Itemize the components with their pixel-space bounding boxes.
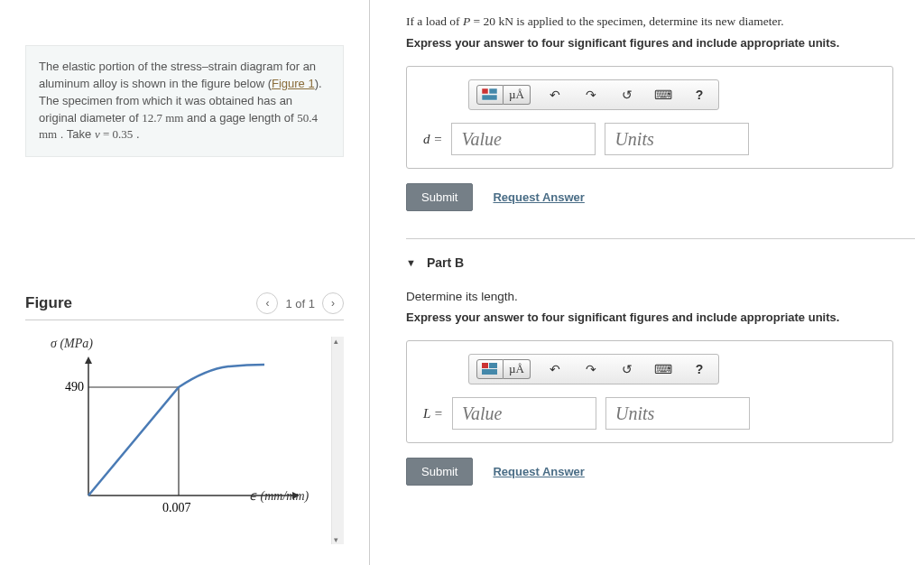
partB-header[interactable]: ▼ Part B bbox=[406, 255, 915, 270]
redo-icon[interactable]: ↷ bbox=[579, 85, 603, 105]
graph-xtick: 0.007 bbox=[162, 501, 191, 514]
graph-ytick: 490 bbox=[65, 380, 84, 394]
partA-toolbar: µÅ ↶ ↷ ↺ ⌨ ? bbox=[468, 79, 719, 110]
figure-body: σ (MPa) 490 0.007 ϵ (mm/mm) bbox=[25, 337, 344, 525]
pager-prev-button[interactable]: ‹ bbox=[256, 292, 278, 314]
template-picker-icon[interactable] bbox=[476, 359, 504, 379]
reset-icon[interactable]: ↺ bbox=[615, 359, 639, 379]
figure-pager: ‹ 1 of 1 › bbox=[256, 292, 344, 314]
partB-submit-button[interactable]: Submit bbox=[406, 458, 473, 486]
keyboard-icon[interactable]: ⌨ bbox=[651, 359, 675, 379]
graph-x-axis-label: ϵ (mm/mm) bbox=[249, 488, 309, 504]
partB-answer-frame: µÅ ↶ ↷ ↺ ⌨ ? L = bbox=[406, 340, 893, 443]
partA-answer-frame: µÅ ↶ ↷ ↺ ⌨ ? d = bbox=[406, 66, 893, 169]
svg-rect-7 bbox=[489, 88, 497, 94]
graph-y-axis-label: σ (MPa) bbox=[51, 337, 344, 351]
undo-icon[interactable]: ↶ bbox=[543, 85, 567, 105]
partB-instruction: Express your answer to four significant … bbox=[406, 310, 915, 324]
partA-prompt: If a load of P = 20 kN is applied to the… bbox=[406, 14, 915, 29]
partB-variable-label: L = bbox=[423, 406, 443, 421]
partB-prompt: Determine its length. bbox=[406, 290, 915, 303]
partA-submit-button[interactable]: Submit bbox=[406, 183, 473, 211]
svg-rect-9 bbox=[482, 363, 488, 368]
pager-next-button[interactable]: › bbox=[322, 292, 344, 314]
units-picker-button[interactable]: µÅ bbox=[504, 85, 531, 105]
partA-value-input[interactable] bbox=[451, 123, 596, 155]
reset-icon[interactable]: ↺ bbox=[615, 85, 639, 105]
partA-instruction: Express your answer to four significant … bbox=[406, 36, 915, 50]
collapse-caret-icon: ▼ bbox=[406, 257, 416, 268]
help-button[interactable]: ? bbox=[688, 85, 711, 105]
template-picker-icon[interactable] bbox=[476, 85, 504, 105]
figure-scrollbar[interactable] bbox=[331, 337, 344, 544]
partB-toolbar: µÅ ↶ ↷ ↺ ⌨ ? bbox=[468, 354, 719, 384]
partB-units-input[interactable] bbox=[605, 397, 750, 430]
undo-icon[interactable]: ↶ bbox=[543, 359, 567, 379]
problem-statement: The elastic portion of the stress–strain… bbox=[25, 45, 344, 157]
figure-link[interactable]: Figure 1 bbox=[272, 77, 315, 90]
help-button[interactable]: ? bbox=[688, 359, 711, 379]
partA-request-answer-link[interactable]: Request Answer bbox=[493, 190, 584, 204]
svg-rect-10 bbox=[489, 363, 497, 368]
redo-icon[interactable]: ↷ bbox=[579, 359, 603, 379]
partA-units-input[interactable] bbox=[605, 123, 749, 155]
partA-variable-label: d = bbox=[423, 132, 442, 147]
partB-value-input[interactable] bbox=[452, 397, 596, 430]
svg-rect-8 bbox=[482, 95, 497, 100]
figure-title: Figure bbox=[25, 294, 72, 312]
keyboard-icon[interactable]: ⌨ bbox=[651, 85, 675, 105]
pager-text: 1 of 1 bbox=[285, 297, 315, 310]
svg-rect-11 bbox=[482, 369, 497, 375]
partB-request-answer-link[interactable]: Request Answer bbox=[493, 465, 584, 478]
svg-marker-2 bbox=[85, 357, 92, 364]
svg-rect-6 bbox=[482, 88, 488, 94]
units-picker-button[interactable]: µÅ bbox=[504, 359, 531, 379]
